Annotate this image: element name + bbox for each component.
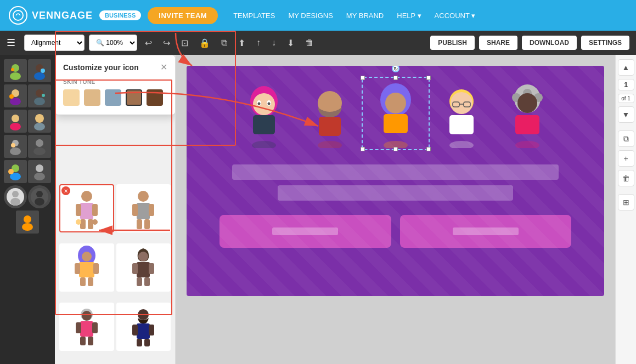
canvas[interactable]: ↻ xyxy=(187,66,604,296)
delete-button[interactable]: 🗑 xyxy=(302,36,317,50)
svg-point-6 xyxy=(41,69,45,73)
skin-tone-2[interactable] xyxy=(84,89,100,106)
svg-point-31 xyxy=(36,191,43,197)
menu-icon[interactable]: ☰ xyxy=(7,37,15,49)
undo-button[interactable]: ↩ xyxy=(142,36,155,50)
page-number: 1 xyxy=(618,79,634,90)
svg-point-34 xyxy=(22,223,33,231)
settings-button[interactable]: SETTINGS xyxy=(581,36,629,50)
svg-point-18 xyxy=(10,147,21,155)
svg-rect-48 xyxy=(144,219,150,229)
skin-tone-4[interactable] xyxy=(126,89,142,106)
icon-panel: ♡ ⇄ 🎨 🔗 Replace Customize your icon ✕ SK… xyxy=(55,55,176,364)
move-up-small-button[interactable]: ↑ xyxy=(253,36,264,50)
sidebar-row-1 xyxy=(4,59,51,82)
redo-button[interactable]: ↪ xyxy=(160,36,173,50)
sidebar-item-13[interactable] xyxy=(16,211,39,234)
publish-button[interactable]: PUBLISH xyxy=(430,36,475,50)
sidebar-item-6[interactable] xyxy=(28,110,51,133)
svg-rect-57 xyxy=(137,262,150,277)
figure-beard-man[interactable] xyxy=(302,82,357,148)
sidebar-item-9[interactable] xyxy=(4,160,27,183)
grid-icon-1[interactable]: ✕ xyxy=(59,184,114,232)
grid-icon-6[interactable] xyxy=(116,303,171,351)
move-up-button[interactable]: ⬆ xyxy=(235,36,249,50)
delete-page-button[interactable]: 🗑 xyxy=(618,170,634,186)
invite-team-button[interactable]: INVITE TEAM xyxy=(148,7,218,24)
page-total: of 1 xyxy=(618,94,634,103)
skin-tone-5[interactable] xyxy=(147,89,163,106)
svg-point-5 xyxy=(34,72,45,80)
add-page-button[interactable]: + xyxy=(618,150,634,167)
grid-icon-2[interactable] xyxy=(116,184,171,232)
sidebar-item-5[interactable] xyxy=(4,110,27,133)
share-button[interactable]: SHARE xyxy=(479,36,517,50)
lock-button[interactable]: 🔒 xyxy=(196,36,213,50)
svg-point-79 xyxy=(257,103,260,105)
grid-icon-5[interactable] xyxy=(59,303,114,351)
svg-rect-67 xyxy=(80,337,86,345)
copy-button[interactable]: ⧉ xyxy=(218,36,230,50)
svg-point-20 xyxy=(36,139,43,147)
sidebar-item-8[interactable] xyxy=(28,135,51,158)
svg-point-35 xyxy=(81,191,92,202)
grid-icon-3[interactable] xyxy=(59,243,114,292)
sidebar-item-1[interactable] xyxy=(4,59,27,82)
skin-tone-3[interactable] xyxy=(105,89,121,106)
sidebar-item-2[interactable] xyxy=(28,59,51,82)
sidebar-item-4[interactable] xyxy=(28,84,51,107)
svg-rect-81 xyxy=(253,115,275,134)
scroll-down-button[interactable]: ▼ xyxy=(618,106,634,123)
logo: VENNGAGE xyxy=(9,6,93,25)
svg-point-101 xyxy=(517,93,537,113)
figure-hijab-selected[interactable]: ↻ xyxy=(368,82,423,148)
svg-point-85 xyxy=(318,141,342,148)
sidebar-item-7[interactable] xyxy=(4,135,27,158)
svg-rect-39 xyxy=(80,219,86,229)
svg-rect-38 xyxy=(92,204,98,216)
svg-point-21 xyxy=(33,147,46,155)
sidebar-item-11[interactable] xyxy=(4,185,27,208)
move-down-all-button[interactable]: ⬇ xyxy=(284,36,297,50)
nav-my-brand[interactable]: MY BRAND xyxy=(346,12,384,20)
svg-point-13 xyxy=(12,115,19,122)
svg-rect-54 xyxy=(80,277,86,286)
svg-point-69 xyxy=(138,309,149,320)
copy-page-button[interactable]: ⧉ xyxy=(618,130,634,147)
alignment-select[interactable]: Alignment xyxy=(24,35,85,51)
svg-rect-47 xyxy=(137,219,142,229)
sidebar-item-10[interactable] xyxy=(28,160,51,183)
move-down-button[interactable]: ↓ xyxy=(268,36,279,50)
customize-popup-header: Customize your icon ✕ xyxy=(63,62,167,72)
svg-rect-72 xyxy=(149,325,154,335)
sidebar-item-12[interactable] xyxy=(28,185,51,208)
grid-icon-4[interactable] xyxy=(116,243,171,292)
scroll-up-button[interactable]: ▲ xyxy=(618,59,634,76)
svg-point-15 xyxy=(35,114,44,123)
svg-point-28 xyxy=(12,191,19,197)
svg-rect-36 xyxy=(80,203,93,219)
nav-help[interactable]: HELP ▾ xyxy=(397,12,421,20)
svg-rect-52 xyxy=(75,263,80,274)
svg-point-80 xyxy=(267,103,270,105)
download-button[interactable]: DOWNLOAD xyxy=(522,36,577,50)
nav-templates[interactable]: TEMPLATES xyxy=(233,12,275,20)
svg-rect-88 xyxy=(384,114,408,133)
svg-rect-70 xyxy=(137,323,150,339)
grid-view-button[interactable]: ⊞ xyxy=(618,194,634,211)
figure-curly-elder[interactable] xyxy=(500,82,555,148)
figure-blond-glasses[interactable] xyxy=(434,82,489,148)
svg-rect-59 xyxy=(149,263,154,274)
skin-tone-1[interactable] xyxy=(63,89,80,106)
figure-pink-hair[interactable] xyxy=(237,82,291,148)
svg-point-42 xyxy=(76,219,81,225)
zoom-select[interactable]: 🔍 100% xyxy=(89,35,137,51)
crop-button[interactable]: ⊡ xyxy=(178,36,192,50)
close-x-icon[interactable]: ✕ xyxy=(61,186,70,195)
nav-my-designs[interactable]: MY DESIGNS xyxy=(288,12,333,20)
customize-close-button[interactable]: ✕ xyxy=(160,62,167,72)
svg-point-103 xyxy=(515,141,539,148)
sidebar-item-3[interactable] xyxy=(4,84,27,107)
svg-point-16 xyxy=(34,123,45,130)
nav-account[interactable]: ACCOUNT ▾ xyxy=(435,12,476,20)
